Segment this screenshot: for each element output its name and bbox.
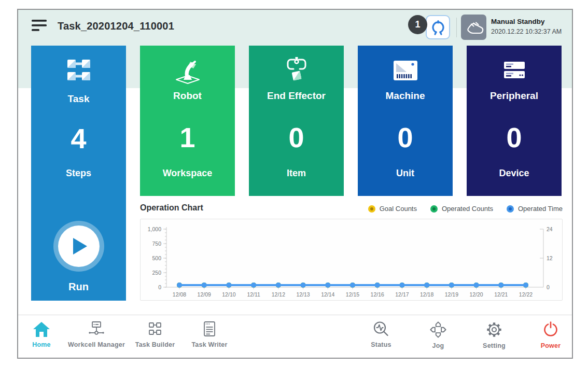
menu-icon[interactable] (31, 19, 49, 33)
run-label: Run (68, 281, 89, 293)
svg-text:12/11: 12/11 (247, 291, 260, 298)
header-divider (456, 18, 457, 37)
card-end-effector-value: 0 (249, 121, 344, 153)
svg-text:0: 0 (547, 284, 550, 290)
svg-text:12/14: 12/14 (321, 291, 334, 298)
card-end-effector[interactable]: End Effector 0 Item (249, 46, 344, 196)
svg-text:750: 750 (152, 241, 161, 247)
svg-text:12/08: 12/08 (173, 291, 186, 298)
card-machine-unit: Unit (358, 168, 453, 179)
jog-icon (429, 321, 447, 338)
legend-operated-time: Operated Time (507, 205, 563, 213)
svg-text:12/09: 12/09 (198, 291, 211, 298)
card-task-unit: Steps (31, 168, 126, 179)
mode-status-label: Manual Standby (491, 17, 562, 27)
operation-chart: 02505007501,00012/0812/0912/1012/1112/12… (140, 219, 563, 301)
svg-text:12/10: 12/10 (222, 291, 235, 298)
operated-time-dot-icon (507, 205, 514, 213)
card-peripheral[interactable]: Peripheral 0 Device (467, 46, 562, 196)
notification-badge[interactable]: 1 (408, 15, 427, 34)
nav-home-label: Home (32, 341, 51, 348)
nav-status-label: Status (371, 341, 391, 348)
svg-text:12/19: 12/19 (445, 291, 458, 298)
card-task-name: Task (31, 93, 126, 105)
run-button[interactable] (53, 221, 104, 272)
svg-text:12/13: 12/13 (296, 291, 310, 298)
card-task[interactable]: Task 4 Steps Run (31, 46, 126, 301)
legend-goal-counts: Goal Counts (368, 205, 417, 213)
legend-goal-counts-label: Goal Counts (380, 205, 417, 213)
nav-power[interactable]: Power (512, 321, 588, 349)
app-window: Task_20201204_110001 1 Manual Standby 20… (17, 9, 573, 359)
task-writer-icon (201, 321, 218, 337)
svg-text:12/16: 12/16 (371, 291, 384, 298)
svg-text:12/22: 12/22 (519, 291, 533, 298)
setting-icon (485, 321, 503, 338)
svg-text:250: 250 (152, 270, 161, 276)
gripper-tool-button[interactable] (426, 15, 450, 39)
card-robot-value: 1 (140, 121, 235, 153)
peripheral-icon (467, 56, 562, 85)
svg-text:12/15: 12/15 (346, 291, 359, 298)
nav-setting-label: Setting (483, 342, 506, 349)
nav-power-label: Power (541, 342, 561, 349)
card-peripheral-name: Peripheral (467, 90, 562, 102)
end-effector-icon (249, 56, 344, 85)
workcell-manager-icon (87, 321, 106, 337)
home-icon (33, 321, 50, 337)
svg-text:12/18: 12/18 (420, 291, 433, 298)
card-end-effector-unit: Item (249, 168, 344, 179)
card-robot-unit: Workspace (140, 168, 235, 179)
manual-mode-button[interactable] (461, 15, 486, 40)
nav-task-writer-label: Task Writer (191, 341, 227, 348)
card-machine-value: 0 (358, 121, 453, 153)
gripper-icon (430, 19, 446, 36)
status-icon (372, 321, 390, 337)
nav-task-writer[interactable]: Task Writer (171, 321, 248, 348)
svg-text:500: 500 (152, 255, 161, 261)
card-machine[interactable]: Machine 0 Unit (358, 46, 453, 196)
card-robot[interactable]: Robot 1 Workspace (140, 46, 235, 196)
legend-operated-counts-label: Operated Counts (442, 205, 493, 213)
power-icon (542, 321, 559, 338)
chart-legend: Goal Counts Operated Counts Operated Tim… (140, 205, 563, 213)
goal-counts-dot-icon (368, 205, 375, 213)
legend-operated-counts: Operated Counts (430, 205, 493, 213)
card-robot-name: Robot (140, 90, 235, 102)
svg-text:0: 0 (158, 284, 161, 290)
task-builder-icon (146, 321, 164, 337)
card-peripheral-value: 0 (467, 121, 562, 153)
legend-operated-time-label: Operated Time (518, 205, 563, 213)
robot-icon (140, 56, 235, 85)
svg-text:12/21: 12/21 (494, 291, 508, 298)
svg-text:1,000: 1,000 (148, 226, 161, 232)
card-peripheral-unit: Device (467, 168, 562, 179)
nav-jog-label: Jog (432, 342, 444, 349)
nav-divider (18, 315, 572, 315)
card-end-effector-name: End Effector (249, 90, 344, 102)
machine-icon (358, 56, 453, 85)
svg-text:12/20: 12/20 (469, 291, 483, 298)
nav-task-builder-label: Task Builder (135, 341, 175, 348)
card-machine-name: Machine (358, 90, 453, 102)
page-title: Task_20201204_110001 (58, 20, 174, 32)
play-icon (58, 225, 100, 267)
svg-text:12/17: 12/17 (395, 291, 409, 298)
hand-icon (464, 19, 484, 36)
card-task-value: 4 (31, 122, 126, 154)
operated-counts-dot-icon (430, 205, 438, 213)
svg-text:12: 12 (547, 255, 553, 261)
mode-datetime: 2020.12.22 10:32:37 AM (491, 27, 562, 36)
svg-text:24: 24 (547, 226, 553, 232)
svg-text:12/12: 12/12 (272, 291, 285, 298)
task-icon (31, 56, 126, 85)
